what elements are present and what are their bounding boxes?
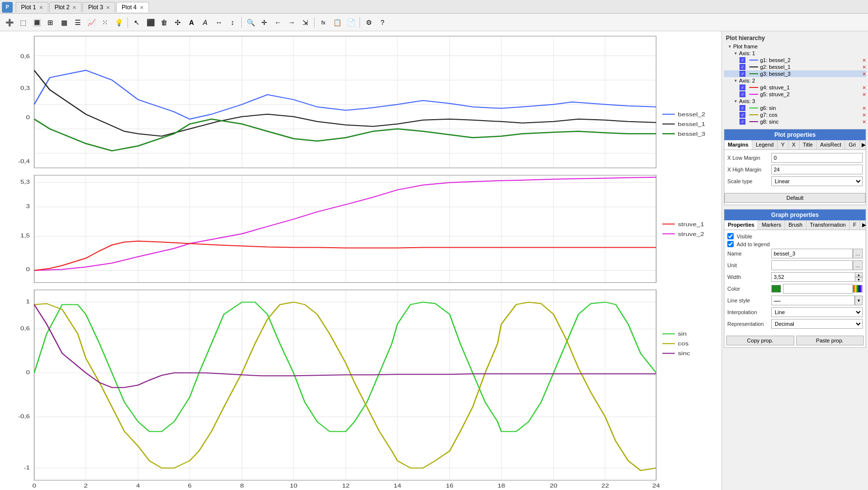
- tab-plot4[interactable]: Plot 4 ✕: [116, 2, 149, 12]
- cursor-btn[interactable]: ↖: [130, 16, 143, 29]
- line-style-display[interactable]: —: [771, 296, 855, 305]
- tree-g5[interactable]: g5: struve_2 ✕: [724, 91, 866, 98]
- unit-dots-btn[interactable]: …: [853, 260, 863, 270]
- tab-more-btn[interactable]: ▶: [860, 140, 868, 149]
- frame-btn[interactable]: ⬚: [17, 16, 29, 29]
- line-chart-btn[interactable]: 📈: [85, 16, 98, 29]
- text2-btn[interactable]: A: [199, 16, 212, 29]
- light-btn[interactable]: 💡: [112, 16, 125, 29]
- tab-close-1[interactable]: ✕: [39, 5, 43, 10]
- plot-area[interactable]: 0,6 0,3 0 -0,4 bessel_2 bessel_1 bessel_…: [0, 31, 721, 490]
- formula-btn[interactable]: fx: [317, 16, 330, 29]
- zoom-glass-btn[interactable]: 🔍: [244, 16, 257, 29]
- tree-g2[interactable]: g2: bessel_1 ✕: [724, 64, 866, 70]
- back-btn[interactable]: ←: [272, 16, 284, 29]
- move-btn[interactable]: ✛: [258, 16, 271, 29]
- gtab-more-btn[interactable]: ▶: [860, 220, 868, 230]
- tab-close-2[interactable]: ✕: [72, 5, 76, 10]
- gtab-properties[interactable]: Properties: [724, 220, 758, 230]
- g2-delete-icon[interactable]: ✕: [862, 64, 866, 70]
- name-input[interactable]: [771, 249, 853, 258]
- text-btn[interactable]: A: [185, 16, 198, 29]
- scatter-btn[interactable]: ⁙: [99, 16, 111, 29]
- tree-g3[interactable]: g3: bessel_3 ✕: [724, 70, 866, 77]
- g4-checkbox[interactable]: [740, 85, 745, 90]
- help-btn[interactable]: ?: [376, 16, 389, 29]
- delete-btn[interactable]: 🗑: [158, 16, 170, 29]
- g6-delete-icon[interactable]: ✕: [862, 106, 866, 111]
- tab-gri[interactable]: Gri: [845, 140, 860, 149]
- tree-axis2[interactable]: ▼ Axis: 2: [724, 77, 866, 84]
- arrow-ud-btn[interactable]: ↕: [226, 16, 239, 29]
- tab-margins[interactable]: Margins: [724, 140, 752, 149]
- tab-legend[interactable]: Legend: [752, 140, 778, 149]
- tab-title[interactable]: Title: [800, 140, 817, 149]
- g1-delete-icon[interactable]: ✕: [862, 58, 866, 63]
- bar-chart-btn[interactable]: ▦: [58, 16, 70, 29]
- tree-axis3[interactable]: ▼ Axis: 3: [724, 98, 866, 105]
- tab-plot1[interactable]: Plot 1 ✕: [16, 2, 48, 12]
- tab-plot2[interactable]: Plot 2 ✕: [49, 2, 82, 12]
- color-swatch[interactable]: [771, 285, 781, 293]
- x-high-margin-input[interactable]: [771, 165, 863, 174]
- g6-checkbox[interactable]: [740, 105, 745, 111]
- g8-checkbox[interactable]: [740, 119, 745, 125]
- line-style-dropdown-btn[interactable]: ▼: [855, 296, 863, 305]
- tree-g7[interactable]: g7: cos ✕: [724, 111, 866, 118]
- g7-delete-icon[interactable]: ✕: [862, 112, 866, 118]
- g1-checkbox[interactable]: [740, 57, 745, 63]
- tree-plot-frame[interactable]: ▼ Plot frame: [724, 43, 866, 50]
- gtab-markers[interactable]: Markers: [758, 220, 785, 230]
- g7-checkbox[interactable]: [740, 112, 745, 118]
- g4-delete-icon[interactable]: ✕: [862, 85, 866, 90]
- width-input[interactable]: [771, 272, 855, 282]
- g5-delete-icon[interactable]: ✕: [862, 92, 866, 97]
- tree-g4[interactable]: g4: struve_1 ✕: [724, 84, 866, 91]
- width-down-btn[interactable]: ▼: [855, 277, 863, 282]
- unit-input[interactable]: [771, 260, 853, 270]
- tree-g1[interactable]: g1: bessel_2 ✕: [724, 57, 866, 64]
- histogram-btn[interactable]: ⬛: [144, 16, 157, 29]
- default-btn[interactable]: Default: [724, 193, 866, 203]
- arrow-lr-btn[interactable]: ↔: [212, 16, 225, 29]
- tab-close-3[interactable]: ✕: [106, 5, 110, 10]
- tab-x[interactable]: X: [788, 140, 799, 149]
- visible-checkbox[interactable]: [727, 233, 734, 239]
- interpolation-select[interactable]: Line Spline Step: [771, 307, 863, 317]
- width-up-btn[interactable]: ▲: [855, 272, 863, 277]
- forward-btn[interactable]: →: [285, 16, 298, 29]
- representation-select[interactable]: Decimal Scientific: [771, 319, 863, 329]
- data-btn[interactable]: 📋: [331, 16, 343, 29]
- add-plot-btn[interactable]: ➕: [3, 16, 16, 29]
- tab-close-4[interactable]: ✕: [140, 5, 144, 10]
- settings-btn[interactable]: ⚙: [362, 16, 375, 29]
- tab-axisrect[interactable]: AxisRect: [817, 140, 845, 149]
- arrange-btn[interactable]: ✣: [171, 16, 184, 29]
- gtab-f[interactable]: F: [849, 220, 860, 230]
- g2-checkbox[interactable]: [740, 64, 745, 70]
- g3-checkbox[interactable]: [740, 71, 745, 77]
- g5-checkbox[interactable]: [740, 91, 745, 97]
- zoom-in-btn[interactable]: ⊞: [44, 16, 57, 29]
- x-low-margin-input[interactable]: [771, 153, 863, 163]
- add-to-legend-checkbox[interactable]: [727, 241, 734, 247]
- color-gradient[interactable]: [783, 284, 853, 294]
- tree-g8[interactable]: g8: sinc ✕: [724, 118, 866, 125]
- g3-delete-icon[interactable]: ✕: [862, 71, 866, 77]
- name-dots-btn[interactable]: …: [853, 249, 863, 258]
- gtab-transformation[interactable]: Transformation: [806, 220, 850, 230]
- tree-axis1[interactable]: ▼ Axis: 1: [724, 50, 866, 57]
- zoom-out-btn[interactable]: 🔳: [30, 16, 43, 29]
- gtab-brush[interactable]: Brush: [785, 220, 806, 230]
- resize-btn[interactable]: ⇲: [299, 16, 312, 29]
- tree-g6[interactable]: g6: sin ✕: [724, 105, 866, 111]
- g8-delete-icon[interactable]: ✕: [862, 119, 866, 125]
- paste-prop-btn[interactable]: Paste prop.: [796, 336, 864, 345]
- tab-y[interactable]: Y: [778, 140, 788, 149]
- tab-plot3[interactable]: Plot 3 ✕: [83, 2, 115, 12]
- copy-btn[interactable]: 📄: [344, 16, 357, 29]
- rainbow-btn[interactable]: [853, 285, 863, 293]
- copy-prop-btn[interactable]: Copy prop.: [726, 336, 794, 345]
- scale-type-select[interactable]: Linear Logarithmic: [771, 176, 863, 186]
- table-btn[interactable]: ☰: [71, 16, 84, 29]
